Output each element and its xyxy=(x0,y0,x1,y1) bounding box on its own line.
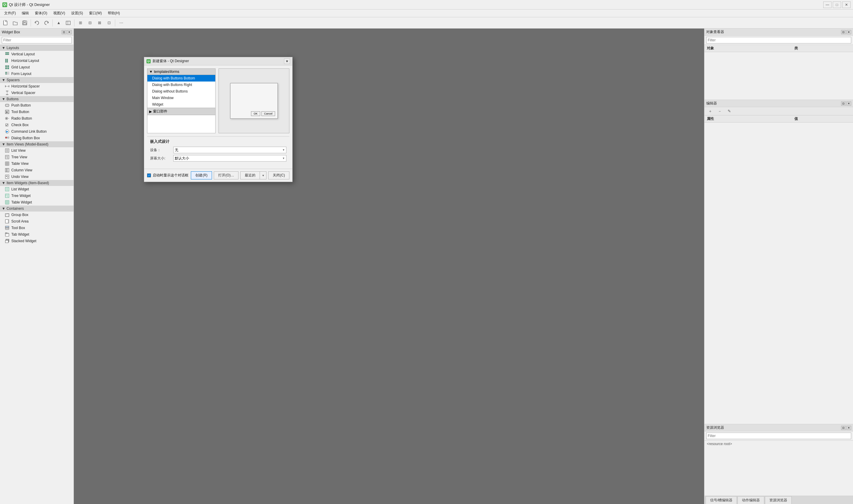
widget-box-filter-input[interactable] xyxy=(2,37,72,43)
device-combo[interactable]: 无 ▼ xyxy=(173,147,286,153)
widget-item-vertical-layout[interactable]: Vertical Layout xyxy=(0,51,73,57)
widget-item-scroll-area[interactable]: Scroll Area xyxy=(0,218,73,224)
recent-dropdown-arrow[interactable]: ▼ xyxy=(260,172,266,179)
toolbar-pointer[interactable]: ▲ xyxy=(54,19,63,27)
close-button[interactable]: 关闭(C) xyxy=(268,172,290,179)
prop-editor-close[interactable]: ✕ xyxy=(847,102,851,106)
toolbar-more[interactable]: ⋯ xyxy=(117,19,126,27)
minimize-button[interactable]: — xyxy=(823,1,832,8)
toolbar-undo[interactable] xyxy=(32,19,41,27)
screen-label: 屏幕大小: xyxy=(150,156,171,161)
menu-item----f-[interactable]: 文件(F) xyxy=(1,10,19,16)
category-item-views[interactable]: ▼ Item Views (Model-Based) xyxy=(0,141,73,147)
close-window-button[interactable]: ✕ xyxy=(842,1,851,8)
resource-browser-filter-input[interactable] xyxy=(706,433,851,439)
toolbar-new[interactable] xyxy=(1,19,10,27)
push-button-icon xyxy=(5,103,10,108)
tab-resource-browser[interactable]: 资源浏览器 xyxy=(765,496,792,504)
widget-item-list-widget[interactable]: List Widget xyxy=(0,186,73,193)
widget-item-tree-view[interactable]: Tree View xyxy=(0,154,73,160)
recent-button[interactable]: 最近的 xyxy=(240,172,260,179)
maximize-button[interactable]: □ xyxy=(833,1,841,8)
widget-item-push-button[interactable]: Push Button xyxy=(0,102,73,109)
category-containers[interactable]: ▼ Containers xyxy=(0,205,73,212)
widget-item-horizontal-layout[interactable]: Horizontal Layout xyxy=(0,57,73,64)
widget-box-close[interactable]: ✕ xyxy=(67,30,72,34)
widget-item-tree-widget-label: Tree Widget xyxy=(11,194,31,198)
menu-item---[interactable]: 编辑 xyxy=(19,10,32,16)
widget-item-form-layout-label: Form Layout xyxy=(11,72,31,76)
toolbar-redo[interactable] xyxy=(42,19,51,27)
resource-browser-close[interactable]: ✕ xyxy=(847,426,851,430)
widget-item-check-box[interactable]: Check Box xyxy=(0,122,73,128)
open-button[interactable]: 打开(O)… xyxy=(214,172,239,179)
widget-item-tree-widget[interactable]: Tree Widget xyxy=(0,193,73,199)
toolbar-align-right[interactable]: ⊟ xyxy=(85,19,94,27)
template-list-header[interactable]: ▼ templates\forms xyxy=(147,69,215,75)
prop-remove-btn[interactable]: － xyxy=(715,107,724,115)
embedded-title: 嵌入式设计 xyxy=(150,139,286,144)
category-layouts[interactable]: ▼ Layouts xyxy=(0,45,73,51)
widget-item-horizontal-spacer[interactable]: Horizontal Spacer xyxy=(0,83,73,90)
template-item-main-window[interactable]: Main Window xyxy=(147,95,215,101)
template-item-dialog-buttons-bottom[interactable]: Dialog with Buttons Bottom xyxy=(147,75,215,82)
prop-add-btn[interactable]: ＋ xyxy=(706,107,715,115)
tab-signal-slot[interactable]: 信号/槽编辑器 xyxy=(706,496,737,504)
toolbar-align-top[interactable]: ⊠ xyxy=(95,19,104,27)
widget-item-radio-button[interactable]: Radio Button xyxy=(0,115,73,122)
menu-item----o-[interactable]: 窗体(O) xyxy=(32,10,50,16)
widget-item-tab-widget[interactable]: Tab Widget xyxy=(0,231,73,238)
widget-item-vertical-spacer[interactable]: Vertical Spacer xyxy=(0,90,73,96)
show-dialog-checkbox[interactable]: ✓ xyxy=(147,174,151,177)
template-item-widget[interactable]: Widget xyxy=(147,101,215,108)
svg-rect-12 xyxy=(5,66,7,67)
widget-item-stacked-widget[interactable]: Stacked Widget xyxy=(0,238,73,244)
widget-box-float[interactable]: ⊡ xyxy=(62,30,66,34)
template-item-dialog-buttons-right[interactable]: Dialog with Buttons Right xyxy=(147,82,215,88)
obj-col-class: 类 xyxy=(792,45,853,52)
widget-item-list-view[interactable]: List View xyxy=(0,147,73,154)
widget-item-column-view[interactable]: Column View xyxy=(0,167,73,174)
widget-item-command-link-button[interactable]: ▶ Command Link Button xyxy=(0,128,73,135)
widget-item-group-box[interactable]: ■ Group Box xyxy=(0,212,73,218)
menu-item----h-[interactable]: 帮助(H) xyxy=(105,10,123,16)
obj-inspector-filter-input[interactable] xyxy=(706,37,851,43)
device-label: 设备： xyxy=(150,148,171,152)
tab-action-editor[interactable]: 动作编辑器 xyxy=(737,496,764,504)
prop-editor-controls: ⊡ ✕ xyxy=(841,102,851,106)
category-spacers[interactable]: ▼ Spacers xyxy=(0,77,73,83)
widget-item-undo-view[interactable]: Undo View xyxy=(0,174,73,180)
obj-inspector-close[interactable]: ✕ xyxy=(847,30,851,34)
template-item-dialog-without-buttons[interactable]: Dialog without Buttons xyxy=(147,88,215,95)
widget-item-form-layout[interactable]: Form Layout xyxy=(0,71,73,77)
category-item-widgets[interactable]: ▼ Item Widgets (Item-Based) xyxy=(0,180,73,186)
dialog-top-area: ▼ templates\forms Dialog with Buttons Bo… xyxy=(147,68,290,133)
template-subheader[interactable]: ▶ 窗口部件 xyxy=(147,108,215,115)
dialog-close-button[interactable]: ✕ xyxy=(284,59,290,64)
menu-item----v-[interactable]: 视图(V) xyxy=(50,10,68,16)
toolbar-align-bottom[interactable]: ⊡ xyxy=(105,19,114,27)
toolbar-align-left[interactable]: ⊞ xyxy=(76,19,85,27)
toolbar-open[interactable] xyxy=(11,19,20,27)
widget-item-horizontal-spacer-label: Horizontal Spacer xyxy=(11,84,40,88)
widget-item-tool-button[interactable]: ▶ Tool Button xyxy=(0,109,73,115)
dialog-title-bar[interactable]: Qt 新建窗体 - Qt Designer ✕ xyxy=(144,57,292,66)
resource-browser-float[interactable]: ⊡ xyxy=(841,426,846,430)
toolbar-save[interactable] xyxy=(20,19,29,27)
toolbar-tab-order[interactable] xyxy=(64,19,73,27)
prop-editor-float[interactable]: ⊡ xyxy=(841,102,846,106)
prop-edit-btn[interactable]: ✎ xyxy=(725,107,734,115)
widget-item-table-widget[interactable]: Table Widget xyxy=(0,199,73,205)
category-buttons[interactable]: ▼ Buttons xyxy=(0,96,73,102)
svg-rect-10 xyxy=(5,59,6,62)
resource-browser: 资源浏览器 ⊡ ✕ <resource root> xyxy=(704,424,853,496)
menu-item----w-[interactable]: 窗口(W) xyxy=(86,10,105,16)
screen-combo[interactable]: 默认大小 ▼ xyxy=(173,155,286,162)
widget-item-dialog-button-box[interactable]: Dialog Button Box xyxy=(0,135,73,141)
create-button[interactable]: 创建(R) xyxy=(191,172,212,179)
menu-item----s-[interactable]: 设置(S) xyxy=(68,10,86,16)
widget-item-tool-box[interactable]: Tool Box xyxy=(0,224,73,231)
widget-item-table-view[interactable]: Table View xyxy=(0,160,73,167)
obj-inspector-float[interactable]: ⊡ xyxy=(841,30,846,34)
widget-item-grid-layout[interactable]: Grid Layout xyxy=(0,64,73,71)
